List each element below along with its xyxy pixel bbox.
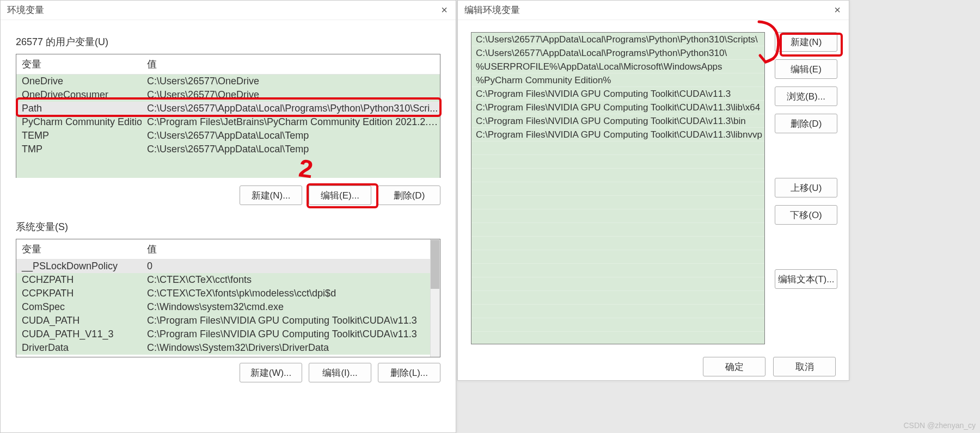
header-variable[interactable]: 变量 [16,239,142,259]
edit-text-button[interactable]: 编辑文本(T)... [775,269,837,289]
var-name: CUDA_PATH [16,314,142,327]
delete-button-sys[interactable]: 删除(L)... [378,363,440,382]
list-item-empty[interactable] [471,291,764,305]
list-item-empty[interactable] [471,223,764,237]
list-item-empty[interactable] [471,209,764,223]
dialog-title: 编辑环境变量 [464,4,520,16]
close-icon[interactable]: × [832,4,842,16]
list-item-empty[interactable] [471,332,764,344]
close-icon[interactable]: × [439,4,449,16]
var-name: __PSLockDownPolicy [16,259,142,273]
table-row[interactable]: OneDriveConsumerC:\Users\26577\OneDrive [16,88,440,102]
watermark: CSDN @zhenyan_cy [904,421,976,430]
var-name: PyCharm Community Edition [16,115,142,129]
edit-button[interactable]: 编辑(E)... [309,185,371,205]
system-vars-label: 系统变量(S) [16,220,440,233]
scrollbar[interactable] [430,239,440,357]
list-item[interactable]: C:\Program Files\NVIDIA GPU Computing To… [471,114,764,128]
table-row[interactable]: OneDriveC:\Users\26577\OneDrive [16,75,440,88]
list-item-empty[interactable] [471,182,764,196]
user-vars-buttons: 新建(N)... 编辑(E)... 删除(D) [16,185,440,205]
titlebar[interactable]: 编辑环境变量 × [458,1,849,20]
var-value: C:\Users\26577\AppData\Local\Temp [142,143,440,156]
list-item[interactable]: C:\Program Files\NVIDIA GPU Computing To… [471,101,764,114]
list-item[interactable]: %USERPROFILE%\AppData\Local\Microsoft\Wi… [471,60,764,73]
env-vars-dialog: 环境变量 × 26577 的用户变量(U) 变量 值 OneDriveC:\Us… [0,0,456,433]
table-row[interactable]: CCPKPATHC:\CTEX\CTeX\fonts\pk\modeless\c… [16,287,440,300]
table-row[interactable]: DriverDataC:\Windows\System32\Drivers\Dr… [16,341,440,355]
list-item-empty[interactable] [471,277,764,291]
var-value: 0 [142,259,440,273]
var-name: OneDriveConsumer [16,88,142,102]
cancel-button[interactable]: 取消 [773,357,836,376]
browse-button[interactable]: 浏览(B)... [775,86,837,106]
user-vars-label: 26577 的用户变量(U) [16,35,440,48]
list-item[interactable]: C:\Program Files\NVIDIA GPU Computing To… [471,128,764,141]
var-value: C:\Program Files\JetBrains\PyCharm Commu… [142,115,440,129]
var-name: ComSpec [16,300,142,314]
var-name: TMP [16,143,142,156]
list-item-empty[interactable] [471,196,764,209]
path-list[interactable]: C:\Users\26577\AppData\Local\Programs\Py… [471,32,765,344]
var-value: C:\Windows\System32\Drivers\DriverData [142,341,440,355]
var-value: C:\Users\26577\OneDrive [142,75,440,88]
table-row[interactable]: CUDA_PATHC:\Program Files\NVIDIA GPU Com… [16,314,440,327]
titlebar[interactable]: 环境变量 × [1,1,456,20]
system-vars-buttons: 新建(W)... 编辑(I)... 删除(L)... [16,363,440,382]
table-row[interactable]: ComSpecC:\Windows\system32\cmd.exe [16,300,440,314]
header-value[interactable]: 值 [142,54,440,74]
list-item[interactable]: %PyCharm Community Edition% [471,73,764,87]
list-item[interactable]: C:\Users\26577\AppData\Local\Programs\Py… [471,46,764,60]
header-variable[interactable]: 变量 [16,54,142,74]
table-row[interactable]: CUDA_PATH_V11_3C:\Program Files\NVIDIA G… [16,327,440,341]
var-name: OneDrive [16,75,142,88]
delete-button[interactable]: 删除(D) [775,114,837,133]
edit-button-sys[interactable]: 编辑(I)... [309,363,371,382]
move-down-button[interactable]: 下移(O) [775,205,837,225]
user-vars-list[interactable]: 变量 值 OneDriveC:\Users\26577\OneDriveOneD… [16,54,440,178]
ok-button[interactable]: 确定 [703,357,765,376]
var-name: Path [16,102,142,115]
list-item-empty[interactable] [471,237,764,250]
var-value: C:\CTEX\CTeX\fonts\pk\modeless\cct\dpi$d [142,287,440,300]
list-item-empty[interactable] [471,305,764,318]
var-name: TEMP [16,129,142,143]
list-item-empty[interactable] [471,155,764,169]
new-button[interactable]: 新建(N) [775,32,837,52]
table-row[interactable]: TMPC:\Users\26577\AppData\Local\Temp [16,143,440,156]
var-value: C:\Program Files\NVIDIA GPU Computing To… [142,327,440,341]
list-item-empty[interactable] [471,318,764,332]
var-value: C:\Windows\system32\cmd.exe [142,300,440,314]
system-vars-body[interactable]: __PSLockDownPolicy0CCHZPATHC:\CTEX\CTeX\… [16,259,440,355]
header-value[interactable]: 值 [142,239,440,259]
var-value: C:\Users\26577\AppData\Local\Programs\Py… [142,102,440,115]
var-name: CCPKPATH [16,287,142,300]
list-item-empty[interactable] [471,141,764,155]
var-value: C:\Program Files\NVIDIA GPU Computing To… [142,314,440,327]
new-button-sys[interactable]: 新建(W)... [240,363,302,382]
system-vars-list[interactable]: 变量 值 __PSLockDownPolicy0CCHZPATHC:\CTEX\… [16,239,440,357]
edit-env-var-dialog: 编辑环境变量 × C:\Users\26577\AppData\Local\Pr… [457,0,849,381]
table-row[interactable]: TEMPC:\Users\26577\AppData\Local\Temp [16,129,440,143]
list-item[interactable]: C:\Users\26577\AppData\Local\Programs\Py… [471,33,764,46]
table-row[interactable]: CCHZPATHC:\CTEX\CTeX\cct\fonts [16,273,440,287]
move-up-button[interactable]: 上移(U) [775,178,837,197]
var-name: CUDA_PATH_V11_3 [16,327,142,341]
list-item-empty[interactable] [471,169,764,182]
table-row[interactable]: PathC:\Users\26577\AppData\Local\Program… [16,102,440,115]
scrollbar-thumb[interactable] [431,240,439,289]
new-button[interactable]: 新建(N)... [240,185,302,205]
delete-button[interactable]: 删除(D) [378,185,440,205]
user-vars-body[interactable]: OneDriveC:\Users\26577\OneDriveOneDriveC… [16,75,440,178]
table-row[interactable]: __PSLockDownPolicy0 [16,259,440,273]
edit-button[interactable]: 编辑(E) [775,59,837,79]
list-item-empty[interactable] [471,264,764,277]
var-value: C:\Users\26577\AppData\Local\Temp [142,129,440,143]
var-name: DriverData [16,341,142,355]
list-header: 变量 值 [16,54,440,75]
dialog-title: 环境变量 [7,4,44,16]
list-item-empty[interactable] [471,250,764,264]
var-name: CCHZPATH [16,273,142,287]
list-item[interactable]: C:\Program Files\NVIDIA GPU Computing To… [471,87,764,101]
table-row[interactable]: PyCharm Community EditionC:\Program File… [16,115,440,129]
